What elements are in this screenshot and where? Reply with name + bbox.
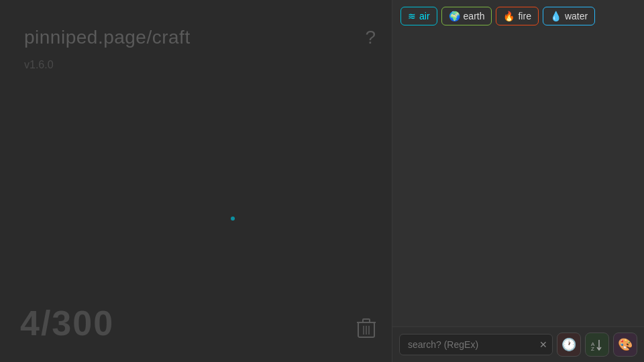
- left-panel: pinniped.page/craft v1.6.0 ? 4/300: [0, 0, 392, 362]
- air-icon: ≋: [408, 11, 416, 21]
- palette-icon: 🎨: [618, 337, 633, 352]
- sort-button[interactable]: A Z: [585, 333, 609, 357]
- content-area: [392, 32, 644, 326]
- element-tag-earth[interactable]: 🌍 earth: [441, 7, 492, 25]
- help-button[interactable]: ?: [365, 28, 376, 47]
- fire-label: fire: [518, 11, 531, 21]
- earth-label: earth: [464, 11, 485, 21]
- palette-button[interactable]: 🎨: [613, 333, 637, 357]
- app-version: v1.6.0: [24, 59, 54, 71]
- right-panel: ≋ air 🌍 earth 🔥 fire 💧 water ✕: [392, 0, 644, 362]
- element-tag-fire[interactable]: 🔥 fire: [496, 7, 538, 25]
- fire-icon: 🔥: [503, 11, 515, 21]
- clock-button[interactable]: 🕐: [557, 333, 581, 357]
- sort-az-icon: A Z: [590, 338, 604, 351]
- bottom-bar: ✕ 🕐 A Z 🎨: [392, 326, 644, 362]
- item-counter: 4/300: [20, 303, 114, 343]
- app-title: pinniped.page/craft: [24, 27, 191, 48]
- clock-icon: 🕐: [561, 337, 576, 352]
- element-tag-air[interactable]: ≋ air: [400, 7, 437, 25]
- trash-icon: [357, 317, 376, 339]
- search-container: ✕: [399, 334, 553, 355]
- trash-button[interactable]: [357, 317, 376, 343]
- svg-text:Z: Z: [591, 346, 594, 351]
- air-label: air: [419, 11, 430, 21]
- element-tags-bar: ≋ air 🌍 earth 🔥 fire 💧 water: [392, 0, 644, 32]
- search-clear-button[interactable]: ✕: [539, 340, 547, 349]
- element-tag-water[interactable]: 💧 water: [543, 7, 595, 25]
- cursor-indicator: [231, 217, 235, 221]
- water-icon: 💧: [550, 11, 561, 21]
- water-label: water: [565, 11, 588, 21]
- main-layout: pinniped.page/craft v1.6.0 ? 4/300 ≋ air: [0, 0, 644, 362]
- search-input[interactable]: [399, 334, 553, 355]
- earth-icon: 🌍: [449, 11, 460, 21]
